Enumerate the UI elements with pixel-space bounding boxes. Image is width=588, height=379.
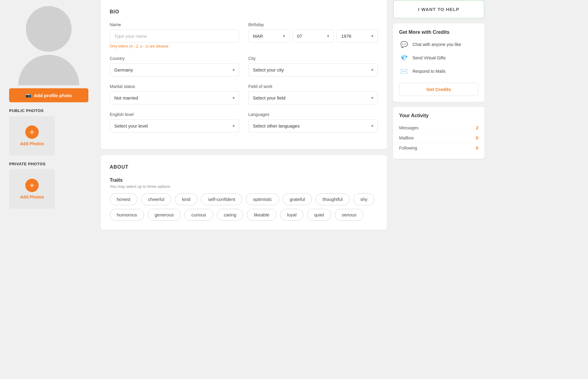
activity-card: Your Activity Messages 2 Mailbox 0 Follo… [393,107,484,159]
get-credits-button[interactable]: Get Credits [399,83,478,96]
name-group: Name Only letters (A - Z, a - z) are all… [110,22,239,48]
following-label: Following [399,146,417,150]
field-group: Field of work Select your field ▼ [248,84,378,104]
trait-pill-generous[interactable]: generous [148,209,181,221]
add-profile-photo-button[interactable]: 📷 Add profile photo [9,88,88,102]
credits-title: Get More with Credits [399,30,478,35]
mailbox-count: 0 [476,135,478,140]
bio-title: BIO [110,9,378,15]
credits-mails-text: Respond to Mails [413,69,445,74]
traits-title: Traits [110,177,378,183]
languages-select-wrapper: Select other languages ▼ [248,119,378,132]
chat-icon: 💬 [399,40,409,49]
english-group: English level Select your level ▼ [110,112,239,132]
birthday-month-select[interactable]: MAR [248,30,289,43]
city-select[interactable]: Select your city [248,63,378,76]
trait-pill-humorous[interactable]: humorous [110,209,144,221]
name-birthday-row: Name Only letters (A - Z, a - z) are all… [110,22,378,48]
trait-pill-shy[interactable]: shy [353,193,374,205]
trait-pill-likeable[interactable]: likeable [247,209,276,221]
marital-label: Marital status [110,84,239,89]
right-sidebar: I WANT TO HELP Get More with Credits 💬 C… [393,0,491,379]
trait-pill-grateful[interactable]: grateful [283,193,312,205]
country-label: Country [110,56,239,61]
birthday-group: Birthday MAR ▼ 07 ▼ [248,22,378,48]
english-select-wrapper: Select your level ▼ [110,119,239,132]
mail-icon: ✉️ [399,66,409,76]
marital-select[interactable]: Not married Married Divorced [110,91,239,104]
public-photos-plus-icon: + [25,125,39,139]
trait-pill-quiet[interactable]: quiet [307,209,331,221]
birthday-label: Birthday [248,22,378,27]
credits-card: Get More with Credits 💬 Chat with anyone… [393,23,484,102]
messages-label: Messages [399,125,419,130]
following-count: 0 [476,146,478,150]
credits-item-gifts: 💎 Send Virtual Gifts [399,53,478,63]
help-card: I WANT TO HELP [393,0,484,19]
languages-select[interactable]: Select other languages [248,119,378,132]
activity-mailbox-row: Mailbox 0 [399,133,478,143]
want-to-help-button[interactable]: I WANT TO HELP [394,1,484,18]
private-photos-add-box[interactable]: + Add Photos [9,169,55,209]
private-photos-plus-icon: + [25,179,39,192]
gift-icon: 💎 [399,53,409,63]
mailbox-label: Mailbox [399,135,414,140]
left-sidebar: 📷 Add profile photo PUBLIC PHOTOS + Add … [0,0,94,379]
english-select[interactable]: Select your level [110,119,239,132]
credits-item-chat: 💬 Chat with anyone you like [399,40,478,49]
trait-pill-caring[interactable]: caring [217,209,243,221]
camera-icon: 📷 [26,93,31,98]
field-select-wrapper: Select your field ▼ [248,91,378,104]
avatar-body [18,55,79,85]
field-label: Field of work [248,84,378,89]
trait-pill-curious[interactable]: curious [184,209,213,221]
activity-following-row: Following 0 [399,143,478,153]
name-error: Only letters (A - Z, a - z) are allowed [110,44,239,48]
trait-pill-cheerful[interactable]: cheerful [141,193,171,205]
trait-pill-self-confident[interactable]: self-confident [201,193,242,205]
avatar-container: 📷 Add profile photo [9,6,88,102]
traits-subtitle: You may select up to three options [110,184,378,189]
country-city-row: Country Germany France Italy ▼ City Sele… [110,56,378,76]
trait-pill-loyal[interactable]: loyal [280,209,303,221]
bio-card: BIO Name Only letters (A - Z, a - z) are… [101,0,387,149]
about-card: ABOUT Traits You may select up to three … [101,155,387,230]
trait-pill-optimistic[interactable]: optimistic [246,193,279,205]
credits-item-mails: ✉️ Respond to Mails [399,66,478,76]
credits-gifts-text: Send Virtual Gifts [413,55,446,60]
field-select[interactable]: Select your field [248,91,378,104]
public-photos-add-box[interactable]: + Add Photos [9,116,55,156]
birthday-month-wrapper: MAR ▼ [248,30,289,43]
marital-group: Marital status Not married Married Divor… [110,84,239,104]
country-group: Country Germany France Italy ▼ [110,56,239,76]
languages-group: Languages Select other languages ▼ [248,112,378,132]
birthday-year-wrapper: 1976 ▼ [337,30,378,43]
credits-chat-text: Chat with anyone you like [413,42,461,47]
marital-select-wrapper: Not married Married Divorced ▼ [110,91,239,104]
english-languages-row: English level Select your level ▼ Langua… [110,112,378,132]
city-select-wrapper: Select your city ▼ [248,63,378,76]
avatar-circle [26,6,72,52]
country-select[interactable]: Germany France Italy [110,63,239,76]
english-label: English level [110,112,239,117]
trait-pill-kind[interactable]: kind [175,193,197,205]
country-select-wrapper: Germany France Italy ▼ [110,63,239,76]
private-photos-title: PRIVATE PHOTOS [9,162,88,166]
private-photos-add-label: Add Photos [20,195,44,199]
name-input[interactable] [110,30,239,43]
city-group: City Select your city ▼ [248,56,378,76]
activity-title: Your Activity [399,113,478,118]
add-photo-label: Add profile photo [34,93,72,98]
trait-pill-thoughtful[interactable]: thoughtful [316,193,350,205]
trait-pill-serious[interactable]: serious [335,209,363,221]
city-label: City [248,56,378,61]
birthday-day-select[interactable]: 07 [292,30,334,43]
activity-messages-row: Messages 2 [399,123,478,133]
marital-field-row: Marital status Not married Married Divor… [110,84,378,104]
public-photos-title: PUBLIC PHOTOS [9,108,88,113]
birthday-day-wrapper: 07 ▼ [292,30,334,43]
main-content: BIO Name Only letters (A - Z, a - z) are… [94,0,393,379]
languages-label: Languages [248,112,378,117]
trait-pill-honest[interactable]: honest [110,193,137,205]
birthday-year-select[interactable]: 1976 [337,30,378,43]
